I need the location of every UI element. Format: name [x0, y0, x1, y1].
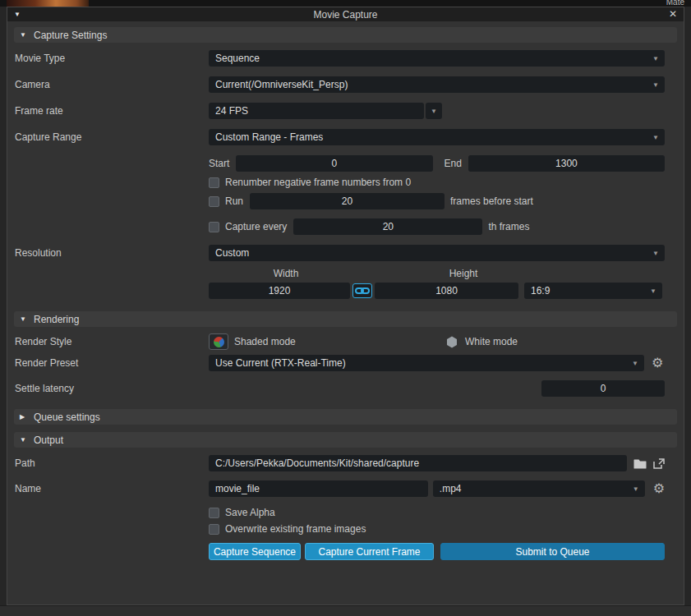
renumber-checkbox[interactable]	[209, 177, 219, 188]
end-input[interactable]	[468, 155, 665, 172]
render-preset-value: Use Current (RTX-Real-Time)	[215, 357, 627, 369]
save-alpha-controls: Save Alpha	[209, 507, 665, 518]
name-controls: .mp4 ▼ ⚙	[209, 480, 665, 497]
run-suffix-label: frames before start	[450, 195, 533, 207]
collapse-caret-icon: ▼	[20, 315, 27, 323]
renumber-row: Renumber negative frame numbers from 0	[14, 176, 677, 189]
chevron-down-icon: ▼	[652, 134, 659, 141]
background-bottom-strip	[0, 605, 691, 616]
save-alpha-row: Save Alpha	[14, 506, 677, 519]
movie-type-row: Movie Type Sequence ▼	[14, 50, 677, 67]
resolution-controls: Custom ▼	[209, 245, 665, 261]
run-label: Run	[225, 195, 243, 207]
start-end-row: Start End	[14, 155, 677, 172]
section-capture-settings[interactable]: ▼ Capture Settings	[14, 27, 677, 43]
overwrite-controls: Overwrite existing frame images	[209, 523, 665, 535]
frame-rate-row: Frame rate 24 FPS ▼	[14, 103, 677, 119]
name-row: Name .mp4 ▼ ⚙	[14, 480, 677, 497]
render-style-label: Render Style	[14, 336, 209, 347]
start-label: Start	[209, 158, 229, 169]
end-label: End	[445, 158, 462, 169]
close-icon[interactable]: ✕	[669, 8, 677, 20]
settle-latency-controls	[209, 380, 665, 397]
action-buttons-row: Capture Sequence Capture Current Frame S…	[14, 543, 677, 560]
section-queue-settings[interactable]: ▶ Queue settings	[14, 409, 677, 425]
run-controls: Run frames before start	[209, 193, 665, 209]
capture-sequence-button[interactable]: Capture Sequence	[209, 543, 301, 560]
capture-every-checkbox[interactable]	[209, 222, 219, 232]
background-image-fragment	[7, 0, 89, 7]
folder-browse-icon[interactable]	[633, 458, 647, 469]
capture-current-frame-button[interactable]: Capture Current Frame	[305, 543, 434, 560]
capture-range-controls: Custom Range - Frames ▼	[209, 129, 665, 145]
overwrite-row: Overwrite existing frame images	[14, 522, 677, 536]
resolution-values: 16:9 ▼	[209, 283, 665, 299]
resolution-headers-row: Width Height	[14, 267, 677, 280]
run-checkbox[interactable]	[209, 196, 219, 207]
start-input[interactable]	[236, 155, 432, 172]
chain-link-icon	[355, 286, 370, 296]
movie-type-label: Movie Type	[14, 53, 209, 64]
path-label: Path	[14, 457, 209, 469]
chevron-down-icon: ▼	[652, 250, 659, 257]
extension-settings-gear-icon[interactable]: ⚙	[653, 482, 665, 495]
resolution-label: Resolution	[14, 247, 209, 259]
capture-range-dropdown[interactable]: Custom Range - Frames ▼	[209, 129, 665, 145]
capture-every-input[interactable]	[293, 218, 482, 235]
camera-row: Camera Current(/OmniverseKit_Persp) ▼	[14, 76, 677, 93]
chevron-down-icon: ▼	[632, 360, 638, 367]
renumber-controls: Renumber negative frame numbers from 0	[209, 177, 665, 188]
movie-type-dropdown[interactable]: Sequence ▼	[209, 50, 665, 67]
frame-rate-dropdown[interactable]: 24 FPS	[209, 103, 424, 119]
name-input[interactable]	[209, 480, 428, 497]
collapse-caret-icon: ▶	[20, 413, 27, 421]
titlebar[interactable]: ▼ Movie Capture ✕	[7, 7, 684, 21]
shaded-mode-option[interactable]: Shaded mode	[209, 333, 445, 350]
chevron-down-icon: ▼	[652, 55, 659, 62]
render-preset-label: Render Preset	[14, 357, 209, 369]
width-input[interactable]	[209, 283, 350, 299]
section-output-label: Output	[34, 434, 63, 446]
section-rendering[interactable]: ▼ Rendering	[14, 311, 677, 327]
shaded-mode-button[interactable]	[209, 333, 228, 350]
aspect-ratio-value: 16:9	[531, 285, 645, 297]
section-queue-settings-label: Queue settings	[34, 411, 100, 423]
camera-dropdown[interactable]: Current(/OmniverseKit_Persp) ▼	[209, 76, 665, 93]
section-output[interactable]: ▼ Output	[14, 432, 677, 448]
white-mode-option[interactable]: White mode	[445, 336, 518, 348]
section-rendering-label: Rendering	[34, 314, 79, 325]
camera-controls: Current(/OmniverseKit_Persp) ▼	[209, 76, 665, 93]
chevron-down-icon: ▼	[633, 485, 639, 493]
path-input[interactable]	[209, 455, 627, 471]
aspect-ratio-dropdown[interactable]: 16:9 ▼	[524, 283, 662, 299]
section-capture-settings-label: Capture Settings	[34, 30, 107, 41]
settle-latency-label: Settle latency	[14, 383, 209, 394]
name-label: Name	[14, 483, 209, 494]
path-controls	[209, 455, 665, 471]
settle-latency-input[interactable]	[541, 380, 665, 397]
chevron-down-icon: ▼	[431, 108, 437, 115]
render-preset-controls: Use Current (RTX-Real-Time) ▼ ⚙	[209, 355, 665, 371]
save-alpha-checkbox[interactable]	[209, 508, 219, 518]
extension-dropdown[interactable]: .mp4 ▼	[433, 480, 645, 497]
background-panel-text: Mate	[666, 0, 684, 7]
resolution-dropdown[interactable]: Custom ▼	[209, 245, 665, 261]
white-hexagon-icon	[445, 336, 459, 348]
capture-range-label: Capture Range	[14, 131, 209, 143]
capture-every-row: Capture every th frames	[14, 218, 677, 235]
run-frames-input[interactable]	[250, 193, 445, 209]
submit-to-queue-button[interactable]: Submit to Queue	[440, 543, 665, 560]
render-preset-settings-gear-icon[interactable]: ⚙	[652, 356, 663, 370]
resolution-values-row: 16:9 ▼	[14, 283, 677, 299]
height-column-label: Height	[363, 268, 564, 279]
open-external-icon[interactable]	[652, 458, 665, 469]
height-input[interactable]	[375, 283, 518, 299]
settle-latency-row: Settle latency	[14, 380, 677, 397]
resolution-row: Resolution Custom ▼	[14, 245, 677, 261]
link-resolution-icon[interactable]	[352, 283, 372, 298]
window-title: Movie Capture	[7, 9, 684, 21]
capture-range-value: Custom Range - Frames	[215, 131, 647, 143]
overwrite-checkbox[interactable]	[209, 524, 219, 535]
frame-rate-dropdown-button[interactable]: ▼	[426, 103, 442, 119]
render-preset-dropdown[interactable]: Use Current (RTX-Real-Time) ▼	[209, 355, 644, 371]
